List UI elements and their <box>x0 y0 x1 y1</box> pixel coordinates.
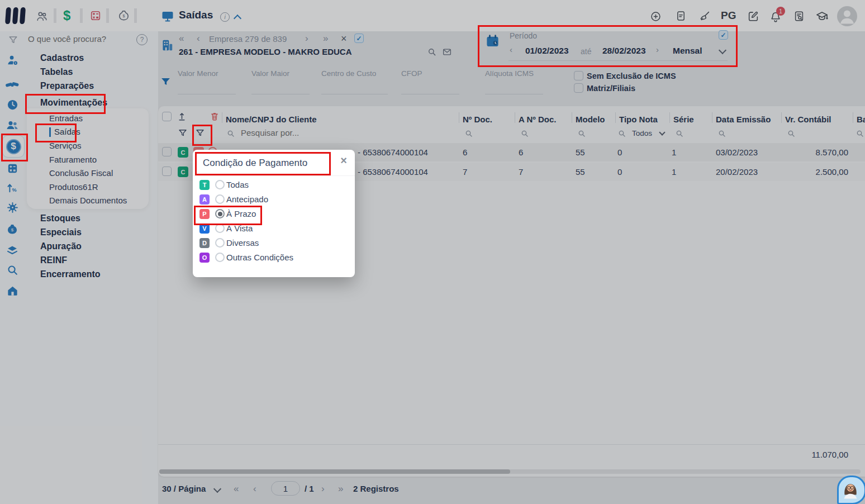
badge-o: O <box>199 253 210 263</box>
badge-d: D <box>199 238 210 248</box>
badge-a: A <box>199 194 210 205</box>
popup-divider <box>193 175 355 176</box>
option-label: Antecipado <box>226 194 268 204</box>
option-label: À Vista <box>226 224 253 233</box>
option-label: Diversas <box>226 238 259 248</box>
option-label: Todas <box>226 180 249 189</box>
radio-diversas[interactable] <box>215 238 225 248</box>
assistant-avatar[interactable] <box>837 476 865 504</box>
radio-todas[interactable] <box>215 180 225 189</box>
radio-a-prazo[interactable] <box>215 209 225 218</box>
option-label: À Prazo <box>226 209 256 218</box>
radio-a-vista[interactable] <box>215 224 225 233</box>
radio-antecipado[interactable] <box>215 194 225 204</box>
option-a-prazo[interactable]: P À Prazo <box>193 207 355 221</box>
radio-outras[interactable] <box>215 253 225 262</box>
popup-close-button[interactable]: × <box>340 154 347 167</box>
modal-dim-overlay[interactable] <box>0 0 865 504</box>
option-label: Outras Condições <box>226 253 293 262</box>
app-window: $ $ PG 1 <box>0 0 865 504</box>
option-diversas[interactable]: D Diversas <box>193 236 355 250</box>
badge-p: P <box>199 209 210 219</box>
payment-condition-popup: Condição de Pagamento × T Todas A Anteci… <box>193 150 355 277</box>
option-todas[interactable]: T Todas <box>193 178 355 192</box>
option-a-vista[interactable]: V À Vista <box>193 221 355 236</box>
popup-title: Condição de Pagamento <box>203 158 307 169</box>
badge-v: V <box>199 224 210 234</box>
option-outras-condicoes[interactable]: O Outras Condições <box>193 250 355 265</box>
option-antecipado[interactable]: A Antecipado <box>193 192 355 207</box>
badge-t: T <box>199 180 210 190</box>
